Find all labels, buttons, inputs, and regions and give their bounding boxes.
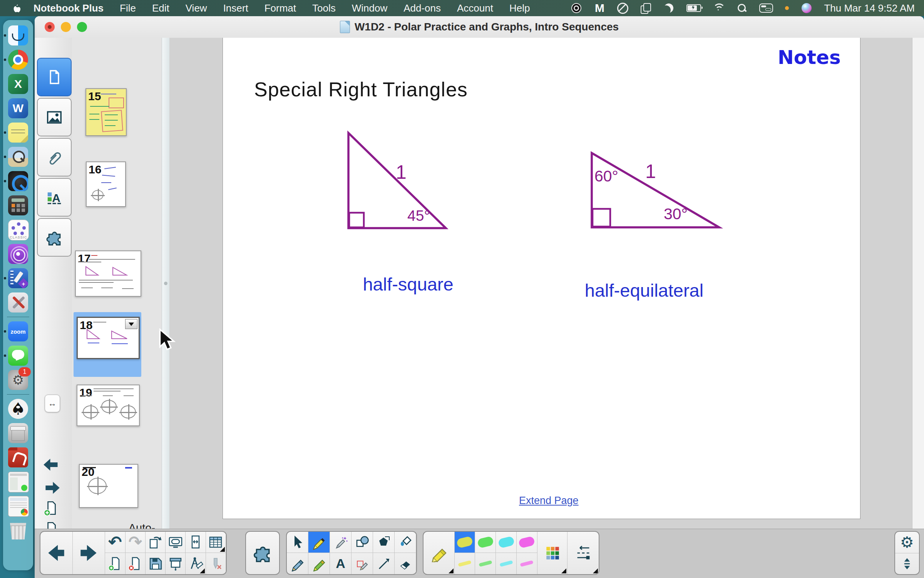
dock-acrobat-folder[interactable] (8, 447, 28, 467)
menu-app-name[interactable]: Notebook Plus (25, 2, 112, 14)
menu-edit[interactable]: Edit (144, 2, 177, 14)
crayon-tool-button[interactable] (287, 553, 308, 574)
swatch-yellow-thin[interactable] (455, 553, 475, 574)
splitter-handle[interactable] (164, 282, 167, 285)
swatch-cyan-thick[interactable] (496, 532, 517, 553)
dock-utilities[interactable] (8, 292, 28, 313)
siri-icon[interactable] (801, 2, 812, 14)
spotlight-search-icon[interactable] (736, 2, 748, 14)
dock-quicktime[interactable] (8, 171, 28, 191)
tab-page-sorter[interactable] (37, 58, 72, 96)
sidebar-splitter[interactable] (162, 38, 170, 529)
extend-page-button[interactable] (186, 532, 206, 553)
dock-podcasts[interactable] (8, 244, 28, 264)
screen-shade-button[interactable] (166, 553, 186, 574)
minimize-button[interactable] (61, 22, 71, 32)
dock-card-game[interactable]: ♠ (8, 399, 28, 419)
close-button[interactable] (45, 22, 55, 32)
copy-icon[interactable] (640, 2, 651, 14)
toolbar-settings-button[interactable]: ⚙ (895, 532, 919, 553)
swatch-yellow-thick[interactable] (455, 532, 475, 553)
control-center-icon[interactable] (759, 2, 773, 14)
shape-recognition-pen-button[interactable] (352, 553, 373, 574)
eraser-tool-button[interactable] (395, 553, 416, 574)
dock-notebook-tools[interactable]: + (8, 268, 28, 288)
dock-messages[interactable] (8, 346, 28, 366)
wifi-icon[interactable] (713, 2, 725, 14)
sidebar-add-page-button[interactable] (43, 500, 59, 516)
extend-page-link[interactable]: Extend Page (519, 495, 579, 507)
page-thumbnail-15[interactable]: 15 (85, 88, 127, 136)
dock-minimized-window-chrome[interactable] (8, 496, 28, 516)
mailplane-icon[interactable]: M (594, 2, 605, 14)
tab-attachments[interactable] (37, 138, 72, 176)
dock-preview[interactable] (8, 147, 28, 167)
page-thumbnail-17[interactable]: 17 (75, 250, 141, 297)
undo-button[interactable]: ↶ (105, 532, 125, 553)
shapes-tool-button[interactable] (352, 532, 373, 553)
swatch-magenta-thick[interactable] (517, 532, 537, 553)
menu-window[interactable]: Window (344, 2, 395, 14)
menu-account[interactable]: Account (449, 2, 501, 14)
dock-excel[interactable]: X (8, 74, 28, 94)
swatch-green-thin[interactable] (475, 553, 496, 574)
canvas-area[interactable]: Notes Special Right Triangles 1 45° half… (169, 38, 924, 529)
select-tool-button[interactable] (287, 532, 308, 553)
screen-record-icon[interactable] (571, 2, 582, 14)
dock-system-settings[interactable]: 1⚙ (8, 370, 28, 390)
color-palette-button[interactable] (537, 532, 568, 574)
measurement-tools-button[interactable] (186, 553, 206, 574)
dock-word[interactable]: W (8, 98, 28, 118)
creative-pen-button[interactable] (308, 553, 330, 574)
swatch-cyan-thin[interactable] (496, 553, 517, 574)
do-not-disturb-icon[interactable] (617, 2, 628, 14)
regular-polygon-button[interactable] (373, 532, 395, 553)
menu-insert[interactable]: Insert (215, 2, 256, 14)
next-page-button[interactable] (73, 532, 105, 574)
clear-ink-button[interactable] (206, 553, 226, 574)
menu-help[interactable]: Help (501, 2, 538, 14)
menu-addons[interactable]: Add-ons (395, 2, 449, 14)
add-page-button[interactable] (105, 553, 125, 574)
battery-charging-icon[interactable] (686, 2, 701, 14)
tab-add-ons[interactable] (37, 218, 72, 257)
dock-archive-box[interactable] (8, 423, 28, 443)
line-tool-button[interactable] (373, 553, 395, 574)
page-thumbnail-20[interactable]: 20 (79, 464, 138, 508)
sidebar-next-page-button[interactable] (42, 480, 62, 496)
dock-zoom[interactable]: zoom (8, 321, 28, 341)
dock-trash[interactable] (8, 520, 28, 540)
insert-table-button[interactable] (206, 532, 226, 553)
text-tool-button[interactable]: A (330, 553, 352, 574)
page-menu-dropdown-button[interactable] (125, 319, 137, 329)
highlighter-button[interactable] (424, 532, 455, 574)
dock-minimized-window-messages[interactable] (8, 472, 28, 492)
tab-gallery[interactable] (37, 98, 72, 136)
swatch-green-thick[interactable] (475, 532, 496, 553)
sidebar-previous-page-button[interactable] (42, 457, 62, 472)
menu-format[interactable]: Format (256, 2, 304, 14)
page-thumbnail-18[interactable]: 18 (77, 317, 140, 359)
menu-view[interactable]: View (177, 2, 215, 14)
dock-stickies[interactable] (8, 123, 28, 143)
dark-mode-moon-icon[interactable] (663, 2, 675, 14)
menu-tools[interactable]: Tools (304, 2, 344, 14)
dock-chrome[interactable] (8, 50, 28, 70)
screen-capture-button[interactable] (166, 532, 186, 553)
magic-pen-button[interactable] (330, 532, 352, 553)
menu-clock[interactable]: Thu Mar 14 9:52 AM (824, 2, 915, 14)
line-width-button[interactable] (567, 532, 599, 574)
title-bar[interactable]: W1D2 - Polar Practice and Graphs, Intro … (35, 16, 924, 38)
dock-geogebra[interactable]: CLASSIC (8, 220, 28, 240)
delete-page-button[interactable] (126, 553, 146, 574)
tab-text-styles[interactable]: A (37, 178, 72, 217)
page-thumbnail-19[interactable]: 19 (77, 385, 140, 426)
redo-button[interactable]: ↷ (126, 532, 146, 553)
swatch-magenta-thin[interactable] (517, 553, 537, 574)
collapse-sidebar-button[interactable]: ↔ (45, 395, 60, 412)
fill-tool-button[interactable] (395, 532, 416, 553)
dock-finder[interactable] (8, 25, 28, 45)
menu-file[interactable]: File (112, 2, 144, 14)
apple-logo-icon[interactable] (12, 2, 23, 14)
move-toolbar-button[interactable] (895, 553, 919, 575)
